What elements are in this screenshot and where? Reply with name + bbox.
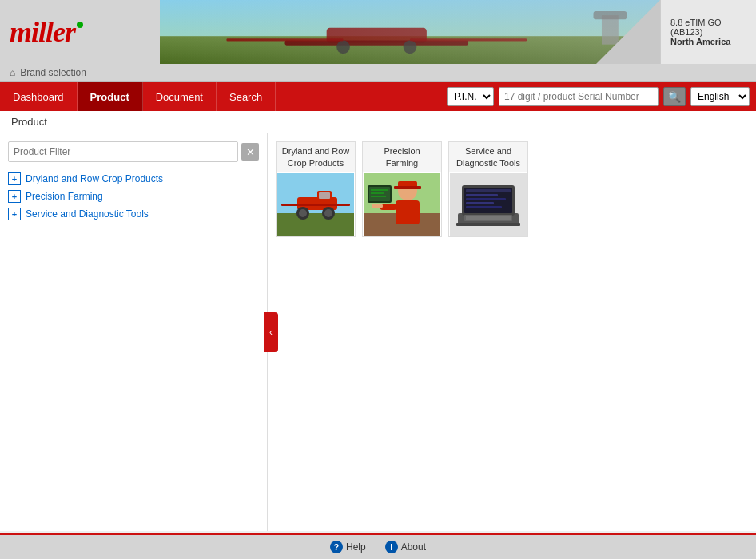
product-cards-container: Dryland and Row Crop Products bbox=[276, 141, 748, 237]
main-content: ✕ + Dryland and Row Crop Products + Prec… bbox=[0, 133, 756, 531]
content-header: Product bbox=[0, 111, 756, 133]
svg-rect-1 bbox=[160, 36, 660, 64]
tree-item-dryland[interactable]: + Dryland and Row Crop Products bbox=[8, 170, 259, 188]
tab-document[interactable]: Document bbox=[143, 82, 217, 111]
svg-point-4 bbox=[336, 40, 350, 54]
filter-row: ✕ bbox=[8, 141, 259, 162]
svg-rect-27 bbox=[396, 200, 420, 224]
svg-point-5 bbox=[404, 40, 417, 54]
about-icon: i bbox=[385, 541, 398, 553]
banner-svg bbox=[160, 0, 660, 64]
svg-rect-26 bbox=[394, 186, 421, 189]
product-card-label-service: Service and Diagnostic Tools bbox=[449, 142, 527, 172]
nav-tabs: Dashboard Product Document Search bbox=[0, 82, 276, 111]
help-label: Help bbox=[346, 541, 366, 553]
brand-logo: miller bbox=[10, 15, 75, 49]
svg-rect-9 bbox=[594, 11, 627, 19]
farmer-svg bbox=[364, 173, 440, 236]
svg-point-16 bbox=[299, 209, 307, 217]
svg-rect-42 bbox=[466, 198, 506, 200]
logo-area: miller bbox=[0, 0, 160, 64]
svg-rect-29 bbox=[372, 204, 383, 208]
svg-rect-2 bbox=[327, 28, 427, 43]
header-banner-image bbox=[160, 0, 660, 64]
help-link[interactable]: ? Help bbox=[330, 541, 366, 553]
pin-select[interactable]: P.I.N. bbox=[447, 87, 494, 106]
page-title: Product bbox=[11, 116, 47, 128]
tree-label-precision: Precision Farming bbox=[26, 191, 103, 202]
tree-label-service: Service and Diagnostic Tools bbox=[26, 208, 149, 220]
svg-rect-3 bbox=[285, 40, 469, 45]
about-link[interactable]: i About bbox=[385, 541, 426, 553]
svg-rect-14 bbox=[281, 204, 350, 206]
logo-dot bbox=[77, 22, 83, 28]
product-card-image-precision bbox=[363, 172, 441, 236]
svg-rect-0 bbox=[160, 0, 660, 64]
expand-icon-precision: + bbox=[8, 190, 21, 203]
svg-rect-20 bbox=[319, 192, 330, 199]
expand-icon-service: + bbox=[8, 208, 21, 220]
svg-rect-40 bbox=[466, 189, 511, 192]
svg-point-18 bbox=[324, 209, 332, 217]
svg-rect-37 bbox=[456, 223, 520, 226]
laptop-svg bbox=[450, 173, 527, 236]
product-card-label-precision: Precision Farming bbox=[363, 142, 441, 172]
expand-icon-dryland: + bbox=[8, 172, 21, 185]
tree-item-precision[interactable]: + Precision Farming bbox=[8, 188, 259, 205]
svg-rect-41 bbox=[466, 194, 498, 196]
product-card-image-service bbox=[449, 172, 527, 236]
nav-bar: Dashboard Product Document Search P.I.N.… bbox=[0, 82, 756, 111]
breadcrumb-bar: ⌂ Brand selection bbox=[0, 64, 756, 82]
tab-search[interactable]: Search bbox=[217, 82, 276, 111]
svg-rect-44 bbox=[466, 206, 502, 208]
product-grid: Dryland and Row Crop Products bbox=[268, 133, 756, 531]
tree-label-dryland: Dryland and Row Crop Products bbox=[26, 173, 163, 184]
svg-rect-6 bbox=[226, 38, 343, 41]
home-icon: ⌂ bbox=[10, 67, 15, 78]
breadcrumb-brand-selection[interactable]: Brand selection bbox=[20, 67, 86, 78]
build-text: (AB123) bbox=[670, 27, 746, 37]
product-card-image-dryland bbox=[277, 172, 355, 236]
svg-rect-31 bbox=[369, 187, 390, 201]
sidebar: ✕ + Dryland and Row Crop Products + Prec… bbox=[0, 133, 268, 531]
about-label: About bbox=[401, 541, 426, 553]
svg-rect-7 bbox=[410, 38, 527, 41]
svg-rect-8 bbox=[602, 15, 619, 45]
svg-rect-46 bbox=[466, 216, 511, 220]
svg-rect-11 bbox=[277, 213, 354, 236]
language-select[interactable]: English Spanish French German bbox=[690, 87, 750, 106]
product-card-dryland[interactable]: Dryland and Row Crop Products bbox=[276, 141, 356, 237]
tab-dashboard[interactable]: Dashboard bbox=[0, 82, 78, 111]
nav-search-area: P.I.N. 🔍 English Spanish French German bbox=[440, 82, 756, 111]
help-icon: ? bbox=[330, 541, 343, 553]
product-card-service[interactable]: Service and Diagnostic Tools bbox=[448, 141, 528, 237]
sidebar-collapse-button[interactable]: ‹ bbox=[264, 312, 278, 352]
tree-item-service[interactable]: + Service and Diagnostic Tools bbox=[8, 205, 259, 223]
sprayer-svg bbox=[277, 173, 354, 236]
footer: ? Help i About bbox=[0, 533, 756, 559]
filter-clear-button[interactable]: ✕ bbox=[241, 143, 259, 161]
top-bar: miller bbox=[0, 0, 756, 64]
search-button[interactable]: 🔍 bbox=[663, 87, 686, 106]
serial-input[interactable] bbox=[499, 87, 659, 106]
svg-rect-43 bbox=[466, 202, 494, 204]
product-filter-input[interactable] bbox=[8, 141, 238, 162]
product-card-precision[interactable]: Precision Farming bbox=[362, 141, 442, 237]
search-icon: 🔍 bbox=[668, 91, 681, 103]
version-info: 8.8 eTIM GO (AB123) North America bbox=[660, 0, 756, 64]
product-card-label-dryland: Dryland and Row Crop Products bbox=[277, 142, 355, 172]
region-text: North America bbox=[670, 37, 746, 46]
tab-product[interactable]: Product bbox=[78, 82, 143, 111]
version-text: 8.8 eTIM GO bbox=[670, 18, 746, 27]
